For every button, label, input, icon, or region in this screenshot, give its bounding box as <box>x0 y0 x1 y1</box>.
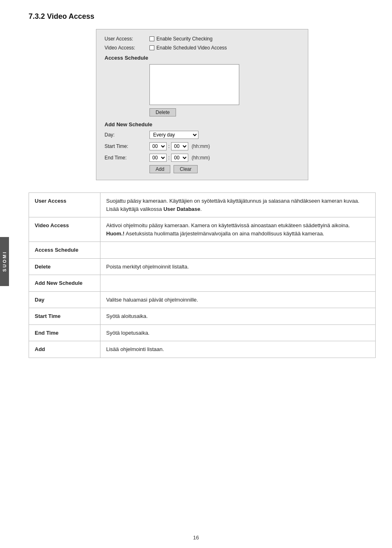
enable-security-label: Enable Security Checking <box>156 36 212 42</box>
definition-cell: Valitse haluamasi päivät ohjelmoinnille. <box>100 291 376 308</box>
end-time-controls: 00 : 00 (hh:mm) <box>149 154 210 162</box>
ui-panel: User Access: Enable Security Checking Vi… <box>96 29 308 180</box>
table-row: Video AccessAktivoi ohjelmoitu pääsy kam… <box>29 217 376 242</box>
day-label: Day: <box>105 132 149 138</box>
table-row: DeletePoista merkityt ohjelmoinnit lista… <box>29 258 376 275</box>
term-cell: Start Time <box>29 308 100 325</box>
side-tab-text: SUOMI <box>2 251 7 272</box>
definition-cell: Lisää ohjelmointi listaan. <box>100 341 376 358</box>
term-cell: Delete <box>29 258 100 275</box>
enable-scheduled-video-checkbox[interactable] <box>149 45 154 50</box>
term-cell: User Access <box>29 193 100 217</box>
definition-cell: Poista merkityt ohjelmoinnit listalta. <box>100 258 376 275</box>
definition-cell: Syötä lopetusaika. <box>100 324 376 341</box>
table-row: Add New Schedule <box>29 275 376 292</box>
enable-scheduled-video-label: Enable Scheduled Video Access <box>156 45 227 51</box>
table-row: AddLisää ohjelmointi listaan. <box>29 341 376 358</box>
definition-cell <box>100 242 376 259</box>
delete-button-row: Delete <box>149 108 300 116</box>
add-clear-row: Add Clear <box>149 165 300 173</box>
video-access-row: Video Access: Enable Scheduled Video Acc… <box>105 45 300 51</box>
table-row: End TimeSyötä lopetusaika. <box>29 324 376 341</box>
end-time-row: End Time: 00 : 00 (hh:mm) <box>105 154 300 162</box>
term-cell: Access Schedule <box>29 242 100 259</box>
term-cell: End Time <box>29 324 100 341</box>
end-time-label: End Time: <box>105 155 149 161</box>
start-time-hh-select[interactable]: 00 <box>149 142 167 150</box>
start-time-format: (hh:mm) <box>192 143 210 149</box>
video-access-checkbox-area: Enable Scheduled Video Access <box>149 45 227 51</box>
clear-button[interactable]: Clear <box>174 165 198 173</box>
table-row: Access Schedule <box>29 242 376 259</box>
start-time-row: Start Time: 00 : 00 (hh:mm) <box>105 142 300 150</box>
side-tab: SUOMI <box>0 237 9 286</box>
definition-cell: Syötä aloitusaika. <box>100 308 376 325</box>
schedule-listbox[interactable] <box>149 64 239 105</box>
day-select[interactable]: Every day <box>149 131 198 139</box>
table-row: DayValitse haluamasi päivät ohjelmoinnil… <box>29 291 376 308</box>
section-heading: 7.3.2 Video Access <box>29 12 376 21</box>
term-cell: Video Access <box>29 217 100 242</box>
delete-button[interactable]: Delete <box>149 108 176 116</box>
video-access-label: Video Access: <box>105 45 149 51</box>
definition-cell: Suojattu pääsy kameraan. Käyttäjien on s… <box>100 193 376 217</box>
user-access-row: User Access: Enable Security Checking <box>105 36 300 42</box>
start-time-controls: 00 : 00 (hh:mm) <box>149 142 210 150</box>
access-schedule-heading: Access Schedule <box>105 55 300 61</box>
user-access-label: User Access: <box>105 36 149 42</box>
table-row: User AccessSuojattu pääsy kameraan. Käyt… <box>29 193 376 217</box>
day-row: Day: Every day <box>105 131 300 139</box>
add-button[interactable]: Add <box>149 165 170 173</box>
definition-cell <box>100 275 376 292</box>
definition-cell: Aktivoi ohjelmoitu pääsy kameraan. Kamer… <box>100 217 376 242</box>
start-time-label: Start Time: <box>105 143 149 149</box>
table-row: Start TimeSyötä aloitusaika. <box>29 308 376 325</box>
add-new-schedule-heading: Add New Schedule <box>105 121 300 127</box>
term-cell: Day <box>29 291 100 308</box>
end-time-mm-select[interactable]: 00 <box>171 154 188 162</box>
end-time-format: (hh:mm) <box>192 155 210 161</box>
enable-security-checkbox[interactable] <box>149 36 154 41</box>
description-table: User AccessSuojattu pääsy kameraan. Käyt… <box>29 192 376 358</box>
end-time-hh-select[interactable]: 00 <box>149 154 167 162</box>
term-cell: Add <box>29 341 100 358</box>
start-time-mm-select[interactable]: 00 <box>171 142 188 150</box>
page-number: 16 <box>193 535 199 541</box>
user-access-checkbox-area: Enable Security Checking <box>149 36 212 42</box>
term-cell: Add New Schedule <box>29 275 100 292</box>
